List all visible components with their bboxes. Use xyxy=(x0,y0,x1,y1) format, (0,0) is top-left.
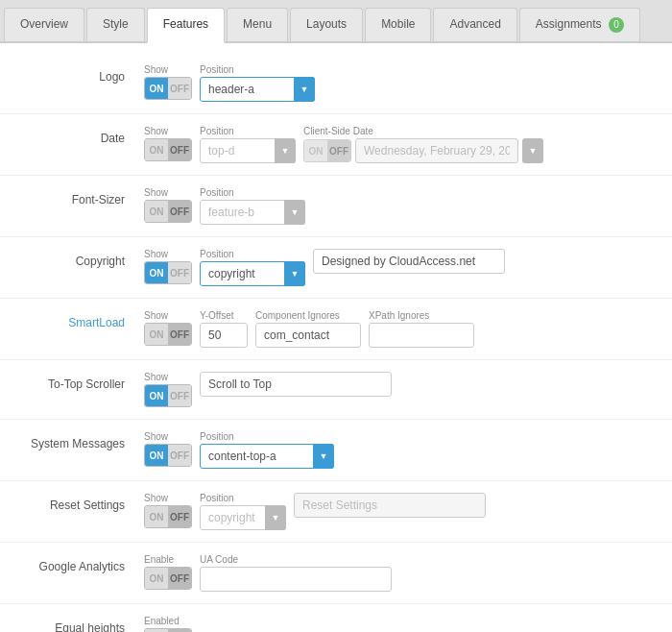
smartload-xpath-input[interactable] xyxy=(369,323,474,348)
copyright-show-group: Show ON OFF xyxy=(144,249,192,284)
logo-toggle-off[interactable]: OFF xyxy=(168,78,191,99)
date-clientside-toggle-off[interactable]: OFF xyxy=(327,140,350,161)
logo-show-label: Show xyxy=(144,64,168,75)
tab-style[interactable]: Style xyxy=(86,8,145,41)
system-messages-row: System Messages Show ON OFF Position con… xyxy=(0,420,672,481)
reset-settings-position-select[interactable]: copyright xyxy=(200,505,286,530)
smartload-yoffset-input[interactable] xyxy=(200,323,248,348)
copyright-controls: Show ON OFF Position copyright xyxy=(144,249,505,286)
totop-text-input[interactable] xyxy=(200,372,392,397)
date-clientside-toggle-on[interactable]: ON xyxy=(304,140,327,161)
logo-position-group: Position header-a xyxy=(200,64,315,102)
reset-settings-row: Reset Settings Show ON OFF Position copy… xyxy=(0,481,672,543)
equal-heights-enabled-label: Enabled xyxy=(144,616,180,626)
reset-settings-toggle-off[interactable]: OFF xyxy=(168,506,191,527)
system-messages-show-group: Show ON OFF xyxy=(144,431,192,467)
tab-mobile[interactable]: Mobile xyxy=(365,8,431,41)
google-analytics-toggle-off[interactable]: OFF xyxy=(168,568,191,589)
copyright-label: Copyright xyxy=(19,249,144,268)
date-label: Date xyxy=(19,126,144,145)
logo-toggle-on[interactable]: ON xyxy=(145,78,168,99)
tab-layouts[interactable]: Layouts xyxy=(290,8,363,41)
reset-settings-controls: Show ON OFF Position copyright xyxy=(144,493,486,530)
date-clientside-input[interactable] xyxy=(355,138,518,163)
system-messages-label: System Messages xyxy=(19,431,144,450)
reset-settings-toggle-on[interactable]: ON xyxy=(145,506,168,527)
copyright-text-input[interactable] xyxy=(313,249,505,274)
logo-position-select[interactable]: header-a xyxy=(200,77,315,102)
smartload-controls: Show ON OFF Y-Offset Component Ignores X… xyxy=(144,310,474,348)
google-analytics-ua-input[interactable] xyxy=(200,567,392,592)
system-messages-toggle[interactable]: ON OFF xyxy=(144,444,192,467)
totop-row: To-Top Scroller Show ON OFF xyxy=(0,360,672,420)
smartload-show-group: Show ON OFF xyxy=(144,310,192,346)
assignments-badge: 0 xyxy=(609,17,624,33)
date-show-label: Show xyxy=(144,126,168,136)
system-messages-toggle-on[interactable]: ON xyxy=(145,445,168,466)
smartload-component-group: Component Ignores xyxy=(255,310,361,348)
copyright-toggle-on[interactable]: ON xyxy=(145,262,168,283)
smartload-toggle-on[interactable]: ON xyxy=(145,324,168,345)
reset-settings-show-group: Show ON OFF xyxy=(144,493,192,528)
tab-overview[interactable]: Overview xyxy=(4,8,84,41)
reset-settings-label: Reset Settings xyxy=(19,493,144,512)
logo-controls: Show ON OFF Position header-a xyxy=(144,64,315,102)
font-sizer-position-group: Position feature-b xyxy=(200,187,305,225)
copyright-toggle-off[interactable]: OFF xyxy=(168,262,191,283)
reset-settings-btn-input[interactable] xyxy=(294,493,486,518)
equal-heights-toggle[interactable]: ON OFF xyxy=(144,628,192,632)
date-toggle[interactable]: ON OFF xyxy=(144,138,192,161)
date-show-group: Show ON OFF xyxy=(144,126,192,161)
tab-assignments[interactable]: Assignments 0 xyxy=(519,8,640,41)
date-row: Date Show ON OFF Position top-d Cli xyxy=(0,114,672,176)
font-sizer-toggle-on[interactable]: ON xyxy=(145,201,168,222)
font-sizer-show-label: Show xyxy=(144,187,168,198)
copyright-position-label: Position xyxy=(200,249,305,259)
copyright-toggle[interactable]: ON OFF xyxy=(144,261,192,284)
smartload-xpath-label: XPath Ignores xyxy=(369,310,474,321)
totop-label: To-Top Scroller xyxy=(19,372,144,391)
reset-settings-position-group: Position copyright xyxy=(200,493,286,530)
smartload-xpath-group: XPath Ignores xyxy=(369,310,474,348)
logo-toggle[interactable]: ON OFF xyxy=(144,77,192,100)
tab-advanced[interactable]: Advanced xyxy=(433,8,516,41)
copyright-show-label: Show xyxy=(144,249,168,259)
copyright-position-select[interactable]: copyright xyxy=(200,261,305,286)
date-position-select[interactable]: top-d xyxy=(200,138,296,163)
smartload-label: SmartLoad xyxy=(19,310,144,329)
font-sizer-position-select-wrap: feature-b xyxy=(200,200,305,225)
font-sizer-toggle[interactable]: ON OFF xyxy=(144,200,192,223)
copyright-position-group: Position copyright xyxy=(200,249,305,286)
features-content: Logo Show ON OFF Position header-a xyxy=(0,43,672,632)
reset-settings-position-label: Position xyxy=(200,493,286,503)
totop-toggle[interactable]: ON OFF xyxy=(144,384,192,407)
date-toggle-off[interactable]: OFF xyxy=(168,139,191,160)
date-clientside-label: Client-Side Date xyxy=(303,126,543,136)
font-sizer-position-label: Position xyxy=(200,187,305,198)
totop-toggle-on[interactable]: ON xyxy=(145,385,168,406)
equal-heights-label: Equal heights xyxy=(19,616,144,632)
totop-controls: Show ON OFF xyxy=(144,372,392,407)
tab-features[interactable]: Features xyxy=(147,8,225,43)
logo-label: Logo xyxy=(19,64,144,84)
system-messages-position-select[interactable]: content-top-a xyxy=(200,444,334,469)
system-messages-toggle-off[interactable]: OFF xyxy=(168,445,191,466)
date-toggle-on[interactable]: ON xyxy=(145,139,168,160)
google-analytics-toggle[interactable]: ON OFF xyxy=(144,567,192,590)
font-sizer-label: Font-Sizer xyxy=(19,187,144,207)
font-sizer-position-select[interactable]: feature-b xyxy=(200,200,305,225)
date-controls: Show ON OFF Position top-d Client-Side D… xyxy=(144,126,543,163)
copyright-row: Copyright Show ON OFF Position copyright xyxy=(0,237,672,299)
smartload-toggle-off[interactable]: OFF xyxy=(168,324,191,345)
reset-settings-toggle[interactable]: ON OFF xyxy=(144,505,192,528)
smartload-component-input[interactable] xyxy=(255,323,361,348)
google-analytics-label: Google Analytics xyxy=(19,554,144,573)
date-clientside-toggle[interactable]: ON OFF xyxy=(303,139,351,162)
totop-toggle-off[interactable]: OFF xyxy=(168,385,191,406)
font-sizer-controls: Show ON OFF Position feature-b xyxy=(144,187,305,225)
tab-menu[interactable]: Menu xyxy=(227,8,288,41)
smartload-toggle[interactable]: ON OFF xyxy=(144,323,192,346)
font-sizer-toggle-off[interactable]: OFF xyxy=(168,201,191,222)
google-analytics-toggle-on[interactable]: ON xyxy=(145,568,168,589)
google-analytics-ua-label: UA Code xyxy=(200,554,392,565)
